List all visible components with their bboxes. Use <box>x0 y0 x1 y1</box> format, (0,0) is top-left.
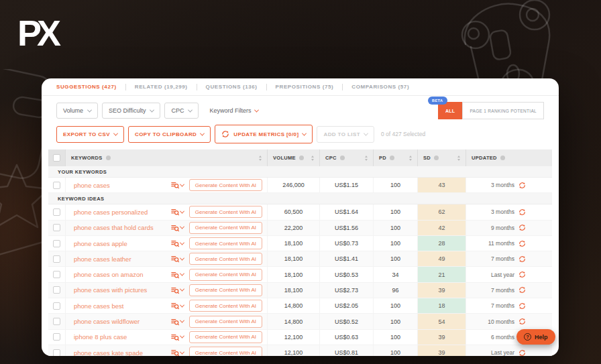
search-related-control[interactable] <box>171 239 184 247</box>
search-related-control[interactable] <box>171 255 184 263</box>
keyword-link[interactable]: phone cases with pictures <box>74 286 166 294</box>
keyword-link[interactable]: iphone 8 plus case <box>74 333 166 341</box>
info-icon[interactable] <box>390 156 394 160</box>
search-related-control[interactable] <box>171 208 184 216</box>
generate-content-button[interactable]: Generate Content With AI <box>189 269 262 281</box>
keyword-link[interactable]: phone cases apple <box>74 240 166 247</box>
keyword-link[interactable]: phone cases that hold cards <box>74 224 166 231</box>
refresh-icon[interactable] <box>518 318 526 325</box>
header-cell[interactable]: PD <box>374 149 418 166</box>
toggle-option[interactable]: PAGE 1 RANKING POTENTIAL <box>462 102 544 119</box>
select-all-checkbox[interactable] <box>53 154 60 162</box>
keyword-link[interactable]: phone cases personalized <box>74 208 166 216</box>
refresh-icon <box>221 130 229 138</box>
keyword-cell: phone cases wildflower Generate Content … <box>66 314 268 328</box>
filter-dropdown[interactable]: SEO Difficulty <box>102 103 160 119</box>
header-cell[interactable]: UPDATED <box>466 149 552 166</box>
sort-icon[interactable] <box>259 156 262 161</box>
refresh-icon[interactable] <box>518 182 526 189</box>
help-button[interactable]: ? Help <box>516 329 555 345</box>
refresh-icon[interactable] <box>518 224 526 231</box>
header-cell[interactable]: KEYWORDS <box>66 149 268 166</box>
info-icon[interactable] <box>434 156 439 160</box>
keyword-link[interactable]: phone cases on amazon <box>74 271 166 278</box>
row-checkbox[interactable] <box>53 286 60 294</box>
px-logo[interactable]: PX <box>17 12 56 54</box>
refresh-icon[interactable] <box>518 208 526 216</box>
cpc-value: US$0.81 <box>335 349 358 356</box>
keyword-link[interactable]: phone cases leather <box>74 255 166 263</box>
keyword-tool-panel: SUGGESTIONS (427) RELATED (19,299) QUEST… <box>42 78 559 356</box>
row-checkbox[interactable] <box>53 349 60 356</box>
header-cell[interactable]: SD <box>418 149 466 166</box>
search-related-control[interactable] <box>171 286 184 294</box>
generate-content-button[interactable]: Generate Content With AI <box>189 316 262 328</box>
volume-value: 18,100 <box>284 240 303 247</box>
pd-value: 100 <box>390 302 400 309</box>
search-related-control[interactable] <box>171 333 184 341</box>
list-search-icon <box>171 271 179 279</box>
refresh-icon[interactable] <box>518 302 526 310</box>
generate-content-button[interactable]: Generate Content With AI <box>189 253 262 265</box>
generate-content-button[interactable]: Generate Content With AI <box>189 179 262 191</box>
filter-dropdown[interactable]: Volume <box>56 103 98 119</box>
info-icon[interactable] <box>500 156 505 160</box>
refresh-icon[interactable] <box>518 349 526 356</box>
pd-cell: 100 <box>374 330 418 345</box>
generate-content-button[interactable]: Generate Content With AI <box>189 331 262 343</box>
search-related-control[interactable] <box>171 271 184 279</box>
row-checkbox[interactable] <box>53 255 60 263</box>
sort-icon[interactable] <box>409 156 412 161</box>
tab[interactable]: QUESTIONS (136) <box>206 84 258 90</box>
row-checkbox[interactable] <box>53 302 60 310</box>
updated-cell: 11 months <box>466 236 552 251</box>
search-related-control[interactable] <box>171 349 184 356</box>
toolbar-button[interactable]: COPY TO CLIPBOARD <box>128 126 211 143</box>
refresh-icon[interactable] <box>518 255 526 263</box>
header-cell[interactable]: CPC <box>320 149 374 166</box>
chevron-down-icon <box>180 334 184 339</box>
info-icon[interactable] <box>299 156 304 160</box>
row-checkbox[interactable] <box>53 208 60 216</box>
search-related-control[interactable] <box>171 224 184 232</box>
generate-content-button[interactable]: Generate Content With AI <box>189 222 262 234</box>
sort-icon[interactable] <box>457 156 460 161</box>
toolbar-button[interactable]: ADD TO LIST <box>317 126 374 143</box>
keyword-link[interactable]: phone cases <box>74 182 166 189</box>
refresh-icon[interactable] <box>518 271 526 278</box>
row-checkbox[interactable] <box>53 224 60 231</box>
refresh-icon[interactable] <box>518 240 526 247</box>
row-checkbox[interactable] <box>53 271 60 278</box>
info-icon[interactable] <box>340 156 345 160</box>
sort-icon[interactable] <box>311 156 314 161</box>
tab[interactable]: PREPOSITIONS (75) <box>276 84 334 90</box>
generate-content-button[interactable]: Generate Content With AI <box>189 347 262 356</box>
search-related-control[interactable] <box>171 302 184 310</box>
search-related-control[interactable] <box>171 318 184 326</box>
tab[interactable]: RELATED (19,299) <box>135 84 188 90</box>
row-checkbox[interactable] <box>53 318 60 325</box>
row-checkbox[interactable] <box>53 240 60 247</box>
toolbar-button[interactable]: EXPORT TO CSV <box>56 126 124 143</box>
keyword-filters-dropdown[interactable]: Keyword Filters <box>209 107 258 114</box>
keyword-link[interactable]: phone cases wildflower <box>74 318 166 325</box>
generate-content-button[interactable]: Generate Content With AI <box>189 206 262 218</box>
tab[interactable]: SUGGESTIONS (427) <box>56 84 117 90</box>
toolbar-button[interactable]: UPDATE METRICS [0/0] <box>215 125 313 143</box>
pd-cell: 100 <box>374 221 418 235</box>
header-cell[interactable]: VOLUME <box>268 149 320 166</box>
filter-dropdown[interactable]: CPC <box>164 103 199 119</box>
generate-content-button[interactable]: Generate Content With AI <box>189 300 262 312</box>
row-checkbox[interactable] <box>53 333 60 341</box>
refresh-icon[interactable] <box>518 286 526 294</box>
search-related-control[interactable] <box>171 181 184 189</box>
generate-content-button[interactable]: Generate Content With AI <box>189 284 262 296</box>
sort-icon[interactable] <box>365 156 368 161</box>
generate-content-button[interactable]: Generate Content With AI <box>189 237 262 249</box>
info-icon[interactable] <box>106 156 111 160</box>
keyword-link[interactable]: phone cases kate spade <box>74 349 166 356</box>
tab[interactable]: COMPARISONS (57) <box>351 84 409 90</box>
keyword-link[interactable]: phone cases best <box>74 302 166 310</box>
pd-value: 96 <box>392 287 398 294</box>
row-checkbox[interactable] <box>53 182 60 189</box>
